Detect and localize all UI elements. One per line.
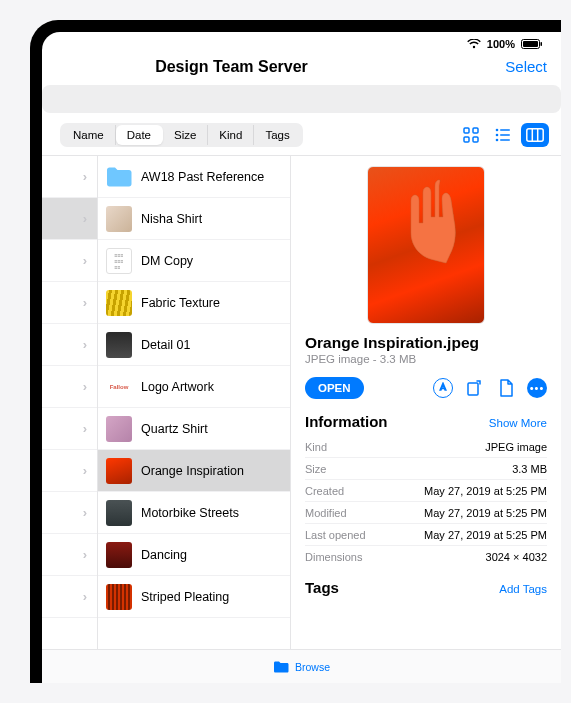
sort-date[interactable]: Date xyxy=(116,125,163,145)
svg-rect-5 xyxy=(464,137,469,142)
parent-row[interactable]: › xyxy=(42,198,97,240)
info-row: ModifiedMay 27, 2019 at 5:25 PM xyxy=(305,502,547,524)
image-thumbnail xyxy=(106,584,132,610)
file-row[interactable]: AW18 Past Reference xyxy=(98,156,290,198)
parent-row[interactable]: › xyxy=(42,576,97,618)
file-label: Dancing xyxy=(141,548,187,562)
info-value: JPEG image xyxy=(485,441,547,453)
file-title: Orange Inspiration.jpeg xyxy=(305,334,547,352)
browse-icon[interactable] xyxy=(273,661,289,673)
chevron-right-icon: › xyxy=(83,295,87,310)
parent-row[interactable]: › xyxy=(42,156,97,198)
sort-name[interactable]: Name xyxy=(62,125,116,145)
grid-view-button[interactable] xyxy=(457,123,485,147)
preview-image-content xyxy=(404,175,474,265)
battery-icon xyxy=(521,39,543,49)
device-frame: 100% Design Team Server Select NameDateS… xyxy=(30,20,561,683)
parent-row[interactable]: › xyxy=(42,282,97,324)
view-toggles xyxy=(457,123,549,147)
create-pdf-icon[interactable] xyxy=(463,377,485,399)
folder-icon xyxy=(106,164,132,190)
main-columns: ››››››››››› AW18 Past ReferenceNisha Shi… xyxy=(42,155,561,649)
open-button[interactable]: OPEN xyxy=(305,377,364,399)
info-key: Modified xyxy=(305,507,347,519)
file-row[interactable]: Dancing xyxy=(98,534,290,576)
svg-point-11 xyxy=(496,139,499,142)
info-value: 3024 × 4032 xyxy=(486,551,547,563)
svg-rect-6 xyxy=(473,137,478,142)
svg-rect-10 xyxy=(500,134,510,136)
info-key: Size xyxy=(305,463,326,475)
bottom-tab-bar: Browse xyxy=(42,649,561,683)
chevron-right-icon: › xyxy=(83,253,87,268)
parent-column[interactable]: ››››››››››› xyxy=(42,156,98,649)
status-bar: 100% xyxy=(42,32,561,52)
info-key: Created xyxy=(305,485,344,497)
svg-rect-16 xyxy=(468,383,478,395)
file-label: Fabric Texture xyxy=(141,296,220,310)
svg-point-7 xyxy=(496,129,499,132)
info-row: Last openedMay 27, 2019 at 5:25 PM xyxy=(305,524,547,546)
sort-kind[interactable]: Kind xyxy=(208,125,254,145)
file-row[interactable]: Fabric Texture xyxy=(98,282,290,324)
information-header: Information Show More xyxy=(305,413,547,430)
parent-row[interactable]: › xyxy=(42,450,97,492)
show-more-link[interactable]: Show More xyxy=(489,417,547,429)
file-actions: OPEN ••• xyxy=(305,377,547,399)
file-label: Orange Inspiration xyxy=(141,464,244,478)
document-icon[interactable] xyxy=(495,377,517,399)
sort-size[interactable]: Size xyxy=(163,125,208,145)
file-row[interactable]: Orange Inspiration xyxy=(98,450,290,492)
markup-icon[interactable] xyxy=(433,378,453,398)
search-bar[interactable] xyxy=(42,85,561,113)
info-value: May 27, 2019 at 5:25 PM xyxy=(424,485,547,497)
tags-title: Tags xyxy=(305,579,339,596)
add-tags-link[interactable]: Add Tags xyxy=(499,583,547,595)
select-button[interactable]: Select xyxy=(505,58,547,75)
image-thumbnail xyxy=(106,500,132,526)
chevron-right-icon: › xyxy=(83,337,87,352)
info-row: KindJPEG image xyxy=(305,436,547,458)
image-thumbnail xyxy=(106,542,132,568)
info-key: Dimensions xyxy=(305,551,362,563)
parent-row[interactable]: › xyxy=(42,408,97,450)
file-list-column[interactable]: AW18 Past ReferenceNisha Shirt≡≡≡≡≡≡≡≡DM… xyxy=(98,156,291,649)
chevron-right-icon: › xyxy=(83,379,87,394)
file-label: Logo Artwork xyxy=(141,380,214,394)
chevron-right-icon: › xyxy=(83,169,87,184)
file-row[interactable]: Quartz Shirt xyxy=(98,408,290,450)
file-row[interactable]: Detail 01 xyxy=(98,324,290,366)
image-thumbnail xyxy=(106,458,132,484)
file-row[interactable]: FallowLogo Artwork xyxy=(98,366,290,408)
parent-row[interactable]: › xyxy=(42,366,97,408)
column-view-button[interactable] xyxy=(521,123,549,147)
file-preview[interactable] xyxy=(367,166,485,324)
parent-row[interactable]: › xyxy=(42,492,97,534)
parent-row[interactable]: › xyxy=(42,240,97,282)
sort-tags[interactable]: Tags xyxy=(254,125,300,145)
svg-rect-8 xyxy=(500,129,510,131)
file-row[interactable]: Motorbike Streets xyxy=(98,492,290,534)
image-thumbnail xyxy=(106,206,132,232)
chevron-right-icon: › xyxy=(83,547,87,562)
browse-label[interactable]: Browse xyxy=(295,661,330,673)
file-row[interactable]: ≡≡≡≡≡≡≡≡DM Copy xyxy=(98,240,290,282)
parent-row[interactable]: › xyxy=(42,534,97,576)
svg-rect-1 xyxy=(523,41,538,47)
info-table: KindJPEG imageSize3.3 MBCreatedMay 27, 2… xyxy=(305,436,547,567)
list-view-button[interactable] xyxy=(489,123,517,147)
image-thumbnail: Fallow xyxy=(106,374,132,400)
file-row[interactable]: Striped Pleating xyxy=(98,576,290,618)
file-label: AW18 Past Reference xyxy=(141,170,264,184)
info-value: May 27, 2019 at 5:25 PM xyxy=(424,507,547,519)
chevron-right-icon: › xyxy=(83,505,87,520)
parent-row[interactable]: › xyxy=(42,324,97,366)
chevron-right-icon: › xyxy=(83,211,87,226)
header: Design Team Server Select xyxy=(42,52,561,85)
screen: 100% Design Team Server Select NameDateS… xyxy=(42,32,561,683)
more-actions-icon[interactable]: ••• xyxy=(527,378,547,398)
svg-rect-4 xyxy=(473,128,478,133)
wifi-icon xyxy=(467,39,481,49)
file-row[interactable]: Nisha Shirt xyxy=(98,198,290,240)
info-row: Dimensions3024 × 4032 xyxy=(305,546,547,567)
